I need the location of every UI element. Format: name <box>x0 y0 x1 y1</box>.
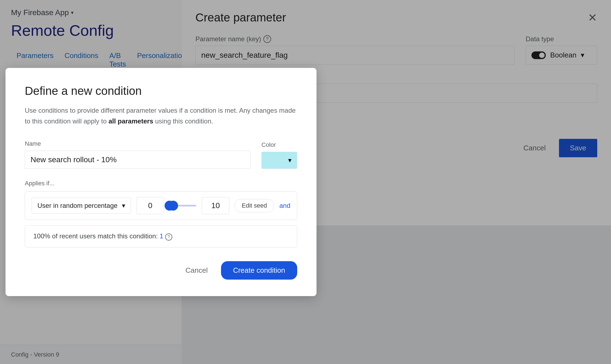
edit-seed-button[interactable]: Edit seed <box>235 199 274 212</box>
modal-cancel-button[interactable]: Cancel <box>179 262 214 279</box>
condition-name-input[interactable] <box>25 151 250 169</box>
match-text: 100% of recent users match this conditio… <box>33 232 158 240</box>
range-max-input[interactable] <box>202 197 229 214</box>
modal-title: Define a new condition <box>25 84 297 98</box>
condition-type-chevron-icon: ▾ <box>122 202 125 209</box>
condition-color-label: Color <box>261 141 297 148</box>
color-chevron-icon: ▾ <box>288 156 291 164</box>
slider-thumb-right[interactable] <box>168 201 178 211</box>
condition-type-value: User in random percentage <box>37 202 118 209</box>
match-count: 1 <box>160 232 163 240</box>
modal-footer: Cancel Create condition <box>25 261 297 280</box>
modal-desc-bold: all parameters <box>108 117 153 125</box>
modal-description: Use conditions to provide different para… <box>25 105 297 126</box>
create-condition-button[interactable]: Create condition <box>221 261 297 280</box>
condition-name-field: Name <box>25 140 250 169</box>
condition-color-field: Color ▾ <box>261 141 297 169</box>
condition-type-dropdown[interactable]: User in random percentage ▾ <box>32 198 131 214</box>
define-condition-modal: Define a new condition Use conditions to… <box>6 68 317 296</box>
condition-name-label: Name <box>25 140 250 147</box>
and-link[interactable]: and <box>279 202 290 209</box>
modal-form-row: Name Color ▾ <box>25 140 297 169</box>
match-info-box: 100% of recent users match this conditio… <box>25 225 297 247</box>
condition-row: User in random percentage ▾ Edit seed an… <box>25 191 297 220</box>
color-dropdown[interactable]: ▾ <box>261 152 297 169</box>
slider-container[interactable] <box>170 200 196 211</box>
modal-overlay: Define a new condition Use conditions to… <box>0 0 611 364</box>
applies-if-label: Applies if... <box>25 180 297 187</box>
slider-track <box>170 205 196 206</box>
match-help-icon[interactable]: ? <box>165 233 172 241</box>
range-min-input[interactable] <box>137 197 164 214</box>
